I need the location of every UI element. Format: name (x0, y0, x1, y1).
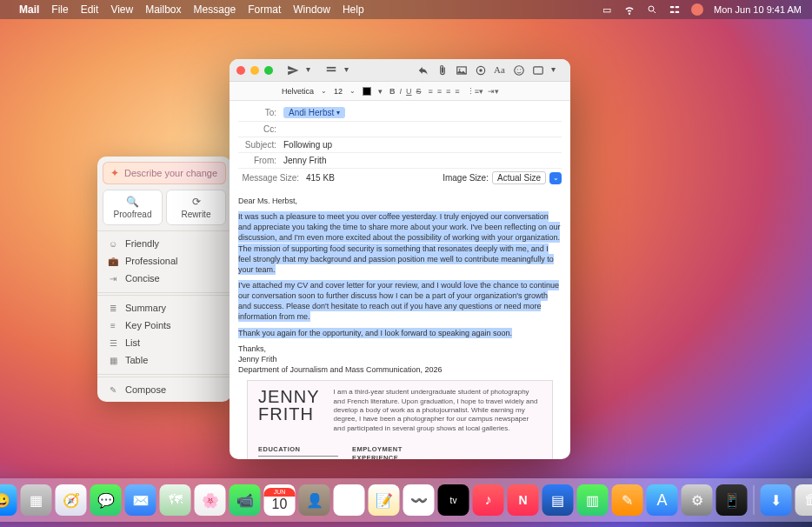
minimize-button[interactable] (250, 66, 259, 75)
image-size-dropdown-icon[interactable]: ⌄ (549, 172, 562, 184)
dock-maps[interactable]: 🗺 (160, 484, 191, 516)
dock-contacts[interactable]: 👤 (299, 484, 330, 516)
photo-browser-icon[interactable] (532, 64, 544, 77)
message-body[interactable]: Dear Ms. Herbst, It was such a pleasure … (230, 190, 570, 459)
tone-concise[interactable]: ⇥Concise (97, 270, 231, 287)
align-center-icon[interactable]: ≡ (437, 87, 442, 96)
align-left-icon[interactable]: ≡ (429, 87, 433, 96)
format-icon[interactable]: Aa (494, 64, 506, 77)
resume-attachment[interactable]: JENNY FRITH I am a third-year student un… (247, 380, 553, 459)
attach-icon[interactable] (436, 64, 449, 77)
emoji-icon[interactable] (513, 64, 525, 77)
dock-notes[interactable]: 📝 (369, 484, 400, 516)
list-bullet-icon[interactable]: ⋮≡▾ (467, 87, 483, 96)
dock-reminders[interactable]: ☑︎ (334, 484, 365, 516)
control-center-icon[interactable] (669, 3, 681, 16)
image-size-label: Image Size: (443, 173, 489, 183)
dock-iphone-mirror[interactable]: 📱 (716, 484, 748, 516)
menu-app-name[interactable]: Mail (19, 3, 39, 16)
align-justify-icon[interactable]: ≡ (455, 87, 459, 96)
menu-file[interactable]: File (51, 3, 68, 16)
font-family-select[interactable]: Helvetica (282, 87, 314, 96)
dock-music[interactable]: ♪ (473, 484, 504, 516)
transform-list[interactable]: ☰List (97, 334, 231, 351)
menu-mailbox[interactable]: Mailbox (145, 3, 181, 16)
battery-icon[interactable]: ▭ (601, 3, 613, 16)
spotlight-icon[interactable] (646, 3, 658, 16)
body-paragraph-1: It was such a pleasure to meet you over … (238, 211, 560, 275)
menu-format[interactable]: Format (248, 3, 281, 16)
underline-button[interactable]: U (406, 87, 412, 96)
reply-icon[interactable] (417, 64, 429, 77)
dock-freeform[interactable]: 〰️ (403, 484, 435, 516)
chevron-down-icon[interactable]: ▾ (551, 64, 563, 77)
subject-field[interactable]: Following up (283, 140, 562, 150)
menu-message[interactable]: Message (194, 3, 236, 16)
bold-button[interactable]: B (389, 87, 396, 96)
dock-launchpad[interactable]: ▦ (21, 484, 52, 516)
dock-messages[interactable]: 💬 (90, 484, 122, 516)
font-size-select[interactable]: 12 (334, 87, 343, 96)
text-color-swatch[interactable] (363, 87, 371, 96)
chevron-down-icon[interactable]: ⌄ (321, 87, 327, 95)
compose-titlebar[interactable]: ▾ ▾ Aa ▾ (230, 59, 570, 82)
menubar-datetime[interactable]: Mon Jun 10 9:41 AM (714, 4, 802, 15)
tone-friendly[interactable]: ☺Friendly (97, 235, 231, 252)
chevron-down-icon[interactable]: ▾ (306, 64, 318, 77)
zoom-button[interactable] (264, 66, 273, 75)
dock-news[interactable]: N (508, 484, 539, 516)
menu-view[interactable]: View (110, 3, 133, 16)
strike-button[interactable]: S (416, 87, 422, 96)
to-field[interactable]: Andi Herbst (283, 107, 562, 118)
menu-bar: Mail File Edit View Mailbox Message Form… (0, 0, 812, 19)
dock-tv[interactable]: tv (438, 484, 469, 516)
image-icon[interactable] (456, 64, 468, 77)
transform-table[interactable]: ▦Table (97, 351, 231, 369)
italic-button[interactable]: I (400, 87, 403, 96)
align-right-icon[interactable]: ≡ (446, 87, 450, 96)
format-bar: Helvetica ⌄ 12 ⌄ ▾ B I U S ≡ ≡ ≡ ≡ ⋮≡▾ ⇥… (230, 82, 570, 101)
dock-safari[interactable]: 🧭 (56, 484, 87, 516)
dock-appstore[interactable]: A (647, 484, 678, 516)
header-fields-icon[interactable] (325, 64, 337, 77)
wifi-icon[interactable] (623, 3, 636, 16)
tone-professional[interactable]: 💼Professional (97, 252, 231, 270)
chevron-down-icon[interactable]: ⌄ (349, 87, 356, 95)
rewrite-button[interactable]: ⟳ Rewrite (166, 190, 226, 225)
recipient-chip[interactable]: Andi Herbst (283, 107, 345, 118)
menu-help[interactable]: Help (343, 3, 364, 16)
bgcolor-icon[interactable]: ▾ (378, 87, 383, 96)
dock-trash[interactable]: 🗑 (795, 484, 813, 516)
dock-settings[interactable]: ⚙︎ (682, 484, 713, 516)
dock-finder[interactable]: 😀 (0, 484, 17, 516)
menu-window[interactable]: Window (293, 3, 330, 16)
dock-downloads[interactable]: ⬇︎ (761, 484, 792, 516)
chevron-down-icon[interactable]: ▾ (344, 64, 356, 77)
dock-numbers[interactable]: ▥ (577, 484, 609, 516)
close-button[interactable] (236, 66, 245, 75)
dock-mail[interactable]: ✉️ (125, 484, 156, 516)
svg-point-12 (515, 65, 524, 75)
transform-keypoints[interactable]: ≡Key Points (97, 317, 231, 334)
image-size-select[interactable]: Actual Size (492, 171, 546, 184)
compose-action[interactable]: ✎Compose (97, 381, 231, 398)
body-thanks: Thanks, (238, 344, 266, 353)
extension-icon[interactable] (475, 64, 487, 77)
menu-edit[interactable]: Edit (81, 3, 99, 16)
dock-keynote[interactable]: ▤ (542, 484, 574, 516)
transform-summary[interactable]: ≣Summary (97, 299, 231, 317)
dock-photos[interactable]: 🌸 (195, 484, 226, 516)
user-icon[interactable] (691, 3, 703, 16)
describe-change-input[interactable]: ✦ Describe your change (103, 162, 226, 184)
dock-calendar[interactable]: JUN 10 (264, 484, 296, 516)
cc-label: Cc: (238, 124, 283, 134)
dock-facetime[interactable]: 📹 (230, 484, 261, 516)
from-field[interactable]: Jenny Frith (283, 156, 562, 165)
indent-icon[interactable]: ⇥▾ (488, 87, 499, 96)
proofread-button[interactable]: 🔍 Proofread (103, 190, 163, 225)
resume-bio: I am a third-year student undergraduate … (334, 388, 542, 433)
svg-point-14 (520, 69, 521, 70)
resume-lastname: FRITH (258, 405, 320, 423)
dock-pages[interactable]: ✎ (612, 484, 643, 516)
send-icon[interactable] (287, 64, 299, 77)
